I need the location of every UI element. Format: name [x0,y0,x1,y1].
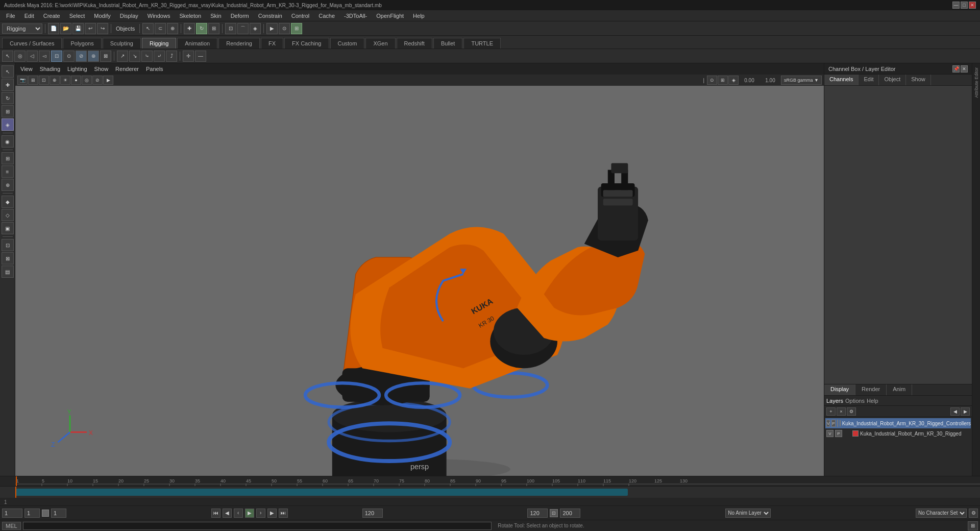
save-file-button[interactable]: 💾 [72,23,84,34]
layer-options-button[interactable]: ⚙ [847,407,856,416]
joint-tool-button[interactable]: ↗ [117,51,128,62]
select-tool2-button[interactable]: ↖ [2,51,13,62]
frame-input-2[interactable] [24,509,40,518]
rp-tab-object[interactable]: Object [879,75,906,85]
tool3-button[interactable]: ◁ [27,51,38,62]
vt-frame-button[interactable]: ⊡ [39,76,49,85]
viewport-menu-shading[interactable]: Shading [37,65,63,73]
viewport-menu-view[interactable]: View [17,65,36,73]
layer1-p-button[interactable]: P [831,420,835,427]
range-lock-button[interactable]: ⊡ [550,509,558,517]
snap-curve-button[interactable]: ⌒ [237,23,249,34]
layer-nav-right-button[interactable]: ▶ [961,407,970,416]
scale-left-button[interactable]: ⊞ [2,105,14,117]
rp-close-button[interactable]: ✕ [961,65,968,73]
layer-row-controllers[interactable]: V P Kuka_Industrial_Robot_Arm_KR_30_Rigg… [825,418,971,428]
current-frame-input[interactable] [2,509,22,518]
tab-rigging[interactable]: Rigging [142,38,176,49]
rp-tab-show[interactable]: Show [906,75,931,85]
vt-snap-button[interactable]: ⊕ [50,76,60,85]
attribute-editor-strip[interactable]: Attribute Editor [972,63,980,476]
go-to-start-button[interactable]: ⏮ [211,509,220,518]
layer2-p-button[interactable]: P [835,430,842,437]
ik-tool-button[interactable]: ↘ [129,51,140,62]
layer1-blank-button[interactable] [837,420,838,427]
menu-deform[interactable]: Deform [227,12,253,20]
lasso-select-button[interactable]: ⊂ [155,23,166,34]
timeline-bar[interactable] [0,487,980,498]
viewport-menu-panels[interactable]: Panels [143,65,166,73]
playback-range[interactable] [15,489,628,496]
render-button[interactable]: ▶ [266,23,278,34]
menu-cache[interactable]: Cache [314,12,339,20]
vt-ao-button[interactable]: ◎ [82,76,92,85]
prev-frame-button[interactable]: ‹ [234,509,243,518]
rotate-left-button[interactable]: ↻ [2,92,14,104]
key2-left-button[interactable]: ◇ [2,209,14,221]
layer-nav-left-button[interactable]: ◀ [950,407,960,416]
delete-layer-button[interactable]: × [837,407,846,416]
open-file-button[interactable]: 📂 [60,23,71,34]
frame-input-3[interactable] [51,509,66,518]
new-file-button[interactable]: 📄 [48,23,59,34]
vt-shadow-button[interactable]: ● [71,76,81,85]
char-set-dropdown[interactable]: No Character Set [916,509,967,518]
mel-input[interactable] [23,522,492,530]
tab-turtle[interactable]: TURTLE [463,38,501,49]
menu-windows[interactable]: Windows [143,12,175,20]
script-editor-button[interactable]: ⊞ [968,521,978,530]
layer-tab-help[interactable]: Help [867,398,878,404]
menu-edit[interactable]: Edit [20,12,38,20]
mode-dropdown[interactable]: Rigging Animation Polygons [2,23,42,34]
snap-grid-button[interactable]: ⊡ [225,23,236,34]
tool7-button[interactable]: ⊘ [76,51,87,62]
vt-camera-button[interactable]: 📷 [17,76,28,85]
select-left-button[interactable]: ↖ [2,65,14,78]
vt-resolution-button[interactable]: ⊞ [718,76,728,85]
plus-button[interactable]: ✛ [183,51,194,62]
minus-button[interactable]: — [195,51,206,62]
vt-render-button[interactable]: ▶ [103,76,113,85]
vt-display-button[interactable]: ⊘ [92,76,103,85]
transform-left-button[interactable]: ✚ [2,79,14,91]
tab-xgen[interactable]: XGen [365,38,395,49]
tab-bullet[interactable]: Bullet [433,38,463,49]
menu-modify[interactable]: Modify [90,12,114,20]
menu-openflight[interactable]: OpenFlight [372,12,408,20]
tool5-button[interactable]: ⊡ [51,51,62,62]
layer-row-rigged[interactable]: V P Kuka_Industrial_Robot_Arm_KR_30_Rigg… [825,428,971,439]
play-forward-button[interactable]: ▶ [245,509,254,518]
ik4-tool-button[interactable]: ⤴ [166,51,177,62]
anim-fps-input[interactable] [560,509,580,518]
ipr-button[interactable]: ⊙ [279,23,290,34]
tab-rendering[interactable]: Rendering [218,38,260,49]
vt-light-button[interactable]: ☀ [60,76,70,85]
dat-tab-anim[interactable]: Anim [887,384,912,395]
layer-tab-options[interactable]: Options [845,398,865,404]
tab-sculpting[interactable]: Sculpting [103,38,141,49]
snap2-left-button[interactable]: ⊠ [2,252,14,264]
viewport-menu-lighting[interactable]: Lighting [64,65,90,73]
menu-3dtoall[interactable]: -3DToAll- [340,12,371,20]
layers-left-button[interactable]: ≡ [2,165,14,178]
ik3-tool-button[interactable]: ⤶ [154,51,165,62]
tool8-button[interactable]: ⊛ [88,51,99,62]
tool9-button[interactable]: ⊠ [100,51,111,62]
new-layer-button[interactable]: + [826,407,836,416]
menu-select[interactable]: Select [65,12,89,20]
move-tool-button[interactable]: ✚ [184,23,195,34]
menu-file[interactable]: File [2,12,19,20]
tab-redshift[interactable]: Redshift [397,38,432,49]
next-frame-button[interactable]: › [256,509,265,518]
rp-pin-button[interactable]: 📌 [952,65,960,73]
rp-tab-edit[interactable]: Edit [859,75,879,85]
rp-tab-channels[interactable]: Channels [824,75,859,85]
paint-select-button[interactable]: ⊕ [167,23,178,34]
close-button[interactable]: ✕ [969,2,976,9]
menu-constrain[interactable]: Constrain [254,12,286,20]
snap1-left-button[interactable]: ⊡ [2,239,14,251]
prev-key-button[interactable]: ◀ [223,509,232,518]
grid-left-button[interactable]: ⊞ [2,152,14,164]
maximize-button[interactable]: □ [961,2,968,9]
active-left-button[interactable]: ◈ [2,118,14,131]
